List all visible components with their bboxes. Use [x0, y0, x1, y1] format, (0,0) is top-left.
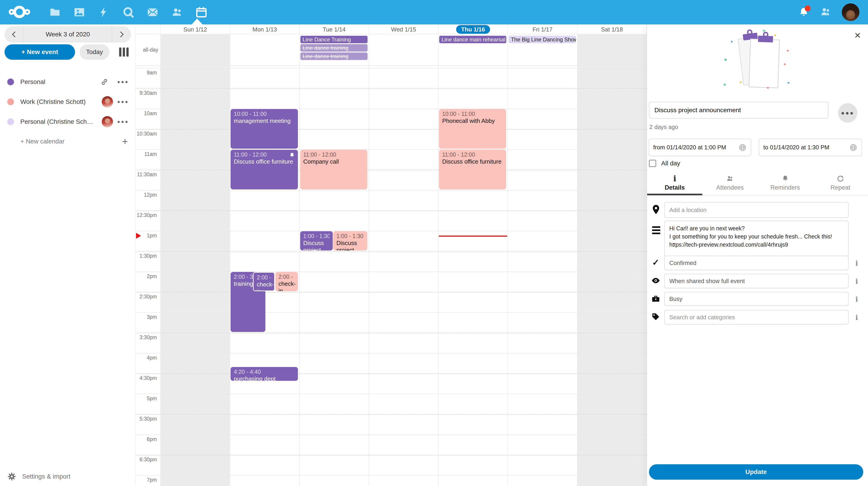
day-header-mon-1-13[interactable]: Mon 1/13: [230, 24, 299, 34]
time-label: 10am: [135, 110, 157, 116]
status-select[interactable]: Confirmed: [664, 256, 848, 270]
event-discuss-project-announcement[interactable]: 1:00 - 1:30Discuss project announcement: [300, 231, 333, 251]
grid-line: [135, 434, 647, 435]
event-discuss-project[interactable]: 1:00 - 1:30Discuss project: [333, 231, 367, 251]
day-header-wed-1-15[interactable]: Wed 1/15: [369, 24, 438, 34]
tab-attendees[interactable]: Attendees: [702, 172, 757, 195]
day-header-sun-1-12[interactable]: Sun 1/12: [160, 24, 230, 34]
start-datetime-field[interactable]: from 01/14/2020 at 1:00 PM: [649, 139, 751, 156]
event-company-call[interactable]: 11:00 - 12:00Company call: [300, 150, 367, 190]
nextcloud-logo[interactable]: [8, 4, 30, 20]
week-navigation: Week 3 of 2020: [4, 26, 131, 42]
time-label: 4pm: [135, 355, 157, 361]
calendar-menu-button[interactable]: ●●●: [117, 119, 129, 125]
alarm-bell-icon: [289, 152, 295, 159]
app-activity-icon[interactable]: [97, 6, 110, 19]
event-time: 11:00 - 12:00: [303, 151, 364, 158]
event-title: Discuss project announcement: [303, 239, 330, 251]
repeat-icon: [813, 172, 868, 182]
sidebar-item-calendar-work-christine-schott[interactable]: Work (Christine Schott)●●●: [0, 94, 135, 110]
all-day-checkbox[interactable]: [649, 160, 656, 167]
week-label[interactable]: Week 3 of 2020: [24, 31, 112, 38]
app-mail-icon[interactable]: [146, 6, 159, 19]
grid-line: [135, 353, 647, 353]
categories-info-icon[interactable]: i: [853, 314, 860, 321]
description-textarea[interactable]: Hi Carl! are you in next week? I got som…: [664, 221, 848, 256]
status-check-icon: ✓: [651, 258, 660, 267]
day-header-sat-1-18[interactable]: Sat 1/18: [577, 24, 647, 34]
column-separator: [577, 66, 578, 486]
tab-details[interactable]: i Details: [647, 172, 702, 195]
status-info-icon[interactable]: i: [853, 259, 860, 267]
allday-event-line-dance-training[interactable]: Line Dance Training: [301, 36, 368, 43]
grid-line: [135, 394, 647, 394]
timezone-globe-icon[interactable]: [739, 143, 747, 151]
event-phonecall-with-abby[interactable]: 10:00 - 11:00Phonecall with Abby: [439, 109, 506, 149]
app-talk-icon[interactable]: [122, 6, 135, 19]
event-check-in[interactable]: 2:00 - 2:30check-in: [253, 272, 275, 291]
event-title-input[interactable]: [649, 102, 829, 119]
event-management-meeting[interactable]: 10:00 - 11:00management meeting: [230, 109, 298, 149]
app-files-icon[interactable]: [49, 6, 61, 19]
grid-line: [135, 129, 647, 130]
top-right-cluster: [798, 3, 860, 21]
previous-week-button[interactable]: [4, 26, 24, 42]
top-bar: [0, 0, 868, 24]
view-columns-icon[interactable]: [119, 48, 129, 57]
visibility-select[interactable]: When shared show full event: [664, 274, 848, 288]
calendar-menu-button[interactable]: ●●●: [117, 79, 129, 85]
end-datetime-field[interactable]: to 01/14/2020 at 1:30 PM: [759, 139, 862, 156]
app-contacts-icon[interactable]: [170, 6, 184, 19]
user-avatar[interactable]: [842, 3, 860, 21]
time-label: 5pm: [135, 396, 157, 402]
timezone-globe-icon[interactable]: [849, 143, 857, 151]
event-discuss-office-furniture[interactable]: 11:00 - 12:00Discuss office furniture: [439, 150, 506, 190]
day-header-fri-1-17[interactable]: Fri 1/17: [508, 24, 577, 34]
avatar-face: [846, 10, 855, 20]
day-header-thu-1-16[interactable]: Thu 1/16: [438, 24, 508, 34]
event-title: check-in: [278, 280, 295, 291]
event-title: Discuss project: [336, 239, 364, 251]
contacts-menu-icon[interactable]: [819, 6, 831, 19]
all-day-label: All day: [661, 160, 680, 167]
tab-repeat[interactable]: Repeat: [813, 172, 868, 195]
event-illustration: [719, 29, 796, 92]
availability-info-icon[interactable]: i: [853, 295, 860, 303]
allday-event-line-dance-training[interactable]: Line dance training: [301, 53, 368, 60]
allday-event-line-dance-training[interactable]: Line dance training: [301, 44, 368, 52]
notifications-bell-icon[interactable]: [798, 7, 809, 18]
availability-select[interactable]: Busy: [664, 292, 848, 306]
time-grid[interactable]: 9am9:30am10am10:30am11am11:30am12pm12:30…: [135, 66, 647, 486]
settings-import-button[interactable]: Settings & import: [7, 472, 70, 481]
app-photos-icon[interactable]: [73, 6, 86, 19]
time-label: 3pm: [135, 314, 157, 320]
more-actions-button[interactable]: ●●●: [838, 103, 857, 123]
column-separator: [299, 66, 300, 486]
column-separator: [438, 24, 438, 34]
calendar-menu-button[interactable]: ●●●: [117, 99, 129, 105]
app-calendar-icon[interactable]: [195, 6, 208, 19]
event-check-in[interactable]: 2:00 - 2:30check-in: [275, 272, 298, 291]
event-editor-panel: × ●●● 2 days ago from 01/14/2020 at 1:00…: [647, 24, 868, 486]
new-calendar-button[interactable]: + New calendar +: [0, 133, 135, 149]
day-header-tue-1-14[interactable]: Tue 1/14: [300, 24, 369, 34]
share-link-icon[interactable]: [100, 78, 108, 86]
visibility-info-icon[interactable]: i: [853, 277, 860, 285]
categories-input[interactable]: Search or add categories: [664, 310, 848, 324]
tab-reminders[interactable]: Reminders: [758, 172, 813, 195]
event-discuss-office-furniture[interactable]: 11:00 - 12:00Discuss office furniture: [230, 150, 298, 190]
new-event-button[interactable]: + New event: [4, 44, 75, 60]
sidebar-item-calendar-personal-christine-scho[interactable]: Personal (Christine Scho…●●●: [0, 114, 135, 130]
update-button[interactable]: Update: [649, 464, 863, 480]
sidebar-item-calendar-personal[interactable]: Personal●●●: [0, 74, 135, 90]
allday-event-the-big-line-dancing-show[interactable]: The Big Line Dancing Show: [508, 36, 576, 43]
next-week-button[interactable]: [112, 26, 131, 42]
allday-event-line-dance-main-rehearsal[interactable]: Line dance main rehearsal: [439, 36, 506, 43]
today-button[interactable]: Today: [80, 44, 110, 60]
grid-line: [135, 170, 647, 170]
event-time: 2:00 - 2:30: [278, 273, 295, 280]
close-icon[interactable]: ×: [855, 30, 861, 41]
grid-line: [135, 109, 647, 109]
location-input[interactable]: [664, 202, 848, 218]
event-purchasing-dept[interactable]: 4:20 - 4:40purchasing dept: [230, 367, 298, 381]
